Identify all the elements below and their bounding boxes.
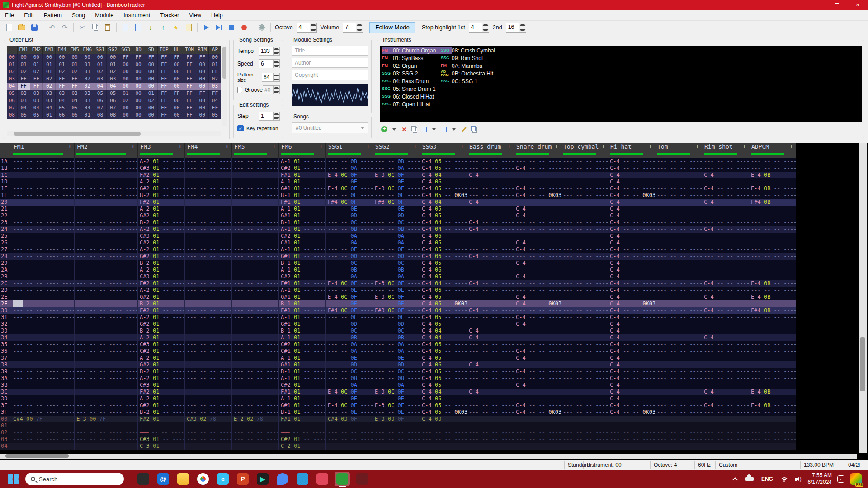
pattern-row-37[interactable]: 37--- -- -- ---- ------- -- -- ---- ----…	[0, 355, 796, 361]
order-row-01[interactable]: 010101010101010101000000FF00FF0001	[7, 61, 221, 68]
pattern-row-3C[interactable]: 3C--- -- -- ---- ------- -- -- ---- ----…	[0, 389, 796, 395]
pattern-row-3F[interactable]: 3F--- -- -- ---- ------- -- -- ---- ----…	[0, 409, 796, 416]
track-header-fm3[interactable]: FM3+-	[137, 143, 184, 158]
powerpoint-taskbar-icon[interactable]: P	[235, 472, 250, 486]
pattern-row-2A[interactable]: 2A--- -- -- ---- ------- -- -- ---- ----…	[0, 267, 796, 273]
bambootracker-taskbar-icon[interactable]	[335, 472, 350, 486]
track-header-hi-hat[interactable]: Hi-hat+-	[608, 143, 655, 158]
tempo-spinner[interactable]: 133	[259, 47, 280, 56]
language-indicator[interactable]: ENG	[761, 476, 773, 482]
track-header-fm2[interactable]: FM2+-	[74, 143, 137, 158]
track-expand-button[interactable]: +	[602, 143, 605, 150]
menu-edit[interactable]: Edit	[19, 11, 39, 20]
track-enabled-bar[interactable]	[234, 153, 267, 155]
deep-clone-instrument-button[interactable]	[470, 125, 478, 133]
paste-button[interactable]	[102, 22, 113, 33]
instrument-list[interactable]: FM00: Church OrganFM01: SynBassFM02: Org…	[380, 46, 862, 122]
stop-button[interactable]	[226, 22, 237, 33]
track-collapse-button[interactable]: -	[273, 151, 276, 158]
red-app-taskbar-icon[interactable]	[315, 472, 330, 486]
menu-view[interactable]: View	[184, 11, 206, 20]
order-row-04[interactable]: 04FFFF02FFFF020404000000FF00FF0003	[7, 83, 221, 90]
insert-order-button[interactable]	[119, 22, 131, 33]
pattern-row-3A[interactable]: 3A--- -- -- ---- ------- -- -- ---- ----…	[0, 375, 796, 382]
track-expand-button[interactable]: +	[461, 143, 464, 150]
step-highlight-1st-spinner[interactable]: 4	[469, 23, 489, 33]
menu-pattern[interactable]: Pattern	[39, 11, 67, 20]
pattern-row-3D[interactable]: 3D--- -- -- ---- ------- -- -- ---- ----…	[0, 395, 796, 402]
menu-tracker[interactable]: Tracker	[155, 11, 184, 20]
track-collapse-button[interactable]: -	[179, 151, 182, 158]
key-repetition-checkbox[interactable]: ✓	[237, 125, 244, 131]
track-header-tom[interactable]: Tom+-	[655, 143, 702, 158]
undo-button[interactable]: ↶	[46, 22, 58, 33]
pattern-row-1B[interactable]: 1B--- -- -- ---- ------- -- -- ---- ----…	[0, 165, 796, 172]
maximize-button[interactable]	[826, 0, 847, 10]
close-button[interactable]: ×	[847, 0, 868, 10]
track-enabled-bar[interactable]	[657, 153, 690, 155]
instrument-08[interactable]: SSG08: Crash Cymbal	[441, 47, 511, 54]
track-collapse-button[interactable]: -	[696, 151, 699, 158]
menu-help[interactable]: Help	[206, 11, 228, 20]
new-file-button[interactable]	[3, 22, 15, 33]
settings-button[interactable]	[256, 22, 268, 33]
author-input[interactable]: Author	[292, 58, 368, 68]
redo-button[interactable]: ↷	[59, 22, 71, 33]
track-header-fm4[interactable]: FM4+-	[184, 143, 231, 158]
octave-spinner[interactable]: 4	[297, 23, 317, 33]
wifi-icon[interactable]	[780, 476, 788, 482]
search-box[interactable]: Search	[25, 473, 124, 485]
file-explorer-taskbar-icon[interactable]	[175, 472, 191, 486]
track-collapse-button[interactable]: -	[555, 151, 558, 158]
load-instrument-button[interactable]	[420, 125, 428, 133]
edge-taskbar-icon[interactable]: e	[215, 472, 231, 486]
pattern-row-00[interactable]: 00C#4 00 7F ---- ----E-3 00 7F ---- ----…	[0, 416, 796, 422]
order-down-button[interactable]: ↓	[145, 22, 156, 33]
follow-mode-button[interactable]: Follow Mode	[369, 22, 415, 33]
edit-mode-button[interactable]	[183, 22, 194, 33]
groove-spinner[interactable]: #0	[263, 85, 280, 94]
song-select[interactable]: #0 Untitled	[292, 122, 368, 133]
pattern-row-25[interactable]: 25--- -- -- ---- ------- -- -- ---- ----…	[0, 233, 796, 239]
pattern-row-28[interactable]: 28--- -- -- ---- ------- -- -- ---- ----…	[0, 253, 796, 260]
track-expand-button[interactable]: +	[649, 143, 652, 150]
order-table[interactable]: FM1FM2FM3FM4FM5FM6SG1SG2SG3BDSDTOPHHTOMR…	[7, 46, 221, 119]
track-header-rim-shot[interactable]: Rim shot+-	[702, 143, 749, 158]
task-manager-taskbar-icon[interactable]	[136, 472, 151, 486]
instrument-0B[interactable]: AD PCM0B: Orchestra Hit	[441, 70, 511, 77]
track-header-fm1[interactable]: FM1+-	[11, 143, 74, 158]
pattern-row-21[interactable]: 21--- -- -- ---- ------- -- -- ---- ----…	[0, 206, 796, 212]
pattern-row-1C[interactable]: 1C--- -- -- ---- ------- -- -- ---- ----…	[0, 172, 796, 178]
step-spinner[interactable]: 1	[259, 112, 280, 121]
instrument-0C[interactable]: SSG0C: SSG 1	[441, 77, 511, 85]
save-file-button[interactable]	[28, 22, 40, 33]
order-row-06[interactable]: 060303030404030606020002FF00FF0004	[7, 97, 221, 104]
order-up-button[interactable]: ↑	[157, 22, 169, 33]
track-header-top-cymbal[interactable]: Top cymbal+-	[561, 143, 608, 158]
pattern-size-spinner[interactable]: 64	[262, 73, 280, 82]
pattern-row-2B[interactable]: 2B--- -- -- ---- ------- -- -- ---- ----…	[0, 273, 796, 280]
pattern-row-02[interactable]: 02--- -- -- ---- ------- -- -- ---- ----…	[0, 429, 796, 436]
pattern-row-3B[interactable]: 3B--- -- -- ---- ------- -- -- ---- ----…	[0, 382, 796, 389]
play-from-start-button[interactable]	[213, 22, 225, 33]
clock[interactable]: 7:55 AM 6/17/2024	[808, 472, 832, 486]
menu-song[interactable]: Song	[67, 11, 90, 20]
track-expand-button[interactable]: +	[414, 143, 417, 150]
track-collapse-button[interactable]: -	[461, 151, 464, 158]
track-collapse-button[interactable]: -	[68, 151, 71, 158]
pattern-row-23[interactable]: 23--- -- -- ---- ------- -- -- ---- ----…	[0, 219, 796, 226]
pattern-row-1E[interactable]: 1E--- -- -- ---- ------- -- -- ---- ----…	[0, 185, 796, 192]
record-button[interactable]	[238, 22, 250, 33]
track-collapse-button[interactable]: -	[602, 151, 605, 158]
menu-instrument[interactable]: Instrument	[118, 11, 155, 20]
pattern-row-2E[interactable]: 2E--- -- -- ---- ------- -- -- ---- ----…	[0, 294, 796, 300]
instrument-0A[interactable]: FM0A: Marimba	[441, 62, 511, 70]
pattern-row-2F[interactable]: 2F--- -- -- ---- ------- -- -- ---- ----…	[0, 300, 796, 307]
minimize-button[interactable]	[806, 0, 826, 10]
pattern-row-26[interactable]: 26--- -- -- ---- ------- -- -- ---- ----…	[0, 239, 796, 246]
open-file-button[interactable]	[16, 22, 28, 33]
volume-spinner[interactable]: 7F	[343, 23, 363, 33]
track-enabled-bar[interactable]	[375, 153, 408, 155]
order-row-03[interactable]: 03FFFF02FFFF020303000000FF00FF0002	[7, 75, 221, 83]
speed-spinner[interactable]: 6	[259, 59, 280, 68]
